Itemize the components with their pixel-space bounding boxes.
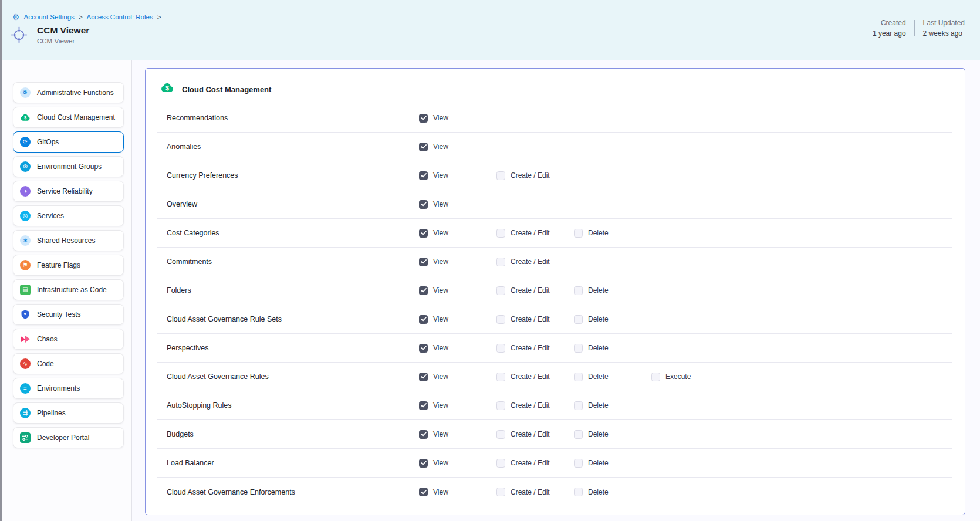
view-checkbox[interactable]	[419, 315, 428, 324]
view-checkbox[interactable]	[419, 200, 428, 209]
create-edit-checkbox[interactable]	[496, 488, 505, 496]
checkbox-label: View	[433, 459, 448, 467]
sidebar-item-label: Environments	[37, 384, 80, 393]
view-checkbox[interactable]	[419, 171, 428, 180]
create-edit-checkbox[interactable]	[496, 286, 505, 295]
sidebar-item-security-tests[interactable]: Security Tests	[13, 304, 124, 325]
delete-checkbox[interactable]	[574, 488, 583, 496]
sidebar-item-service-reliability[interactable]: ◑Service Reliability	[13, 181, 124, 202]
page-body: ⚙Administrative Functions$Cloud Cost Man…	[2, 60, 980, 521]
permission-name: Cloud Asset Governance Rule Sets	[167, 315, 419, 323]
checkbox-label: View	[433, 430, 448, 438]
create-edit-checkbox[interactable]	[496, 315, 505, 324]
developer-portal-icon	[20, 432, 31, 443]
view-checkbox[interactable]	[419, 143, 428, 151]
view-checkbox[interactable]	[419, 114, 428, 123]
sidebar-item-environments[interactable]: ≡Environments	[13, 378, 124, 399]
create-edit-permission: Create / Edit	[496, 229, 574, 238]
view-checkbox[interactable]	[419, 430, 428, 439]
permission-name: Perspectives	[167, 344, 419, 352]
delete-permission: Delete	[574, 401, 651, 410]
create-edit-checkbox[interactable]	[496, 459, 505, 468]
checkbox-label: View	[433, 171, 448, 180]
sidebar-item-infrastructure-as-code[interactable]: ▤Infrastructure as Code	[13, 279, 124, 300]
delete-permission: Delete	[574, 286, 651, 295]
sidebar-item-feature-flags[interactable]: ⚑Feature Flags	[13, 255, 124, 276]
checkbox-label: Create / Edit	[511, 315, 550, 323]
sidebar-item-label: Developer Portal	[37, 434, 89, 442]
checkbox-label: View	[433, 286, 448, 295]
create-edit-checkbox[interactable]	[496, 430, 505, 439]
delete-checkbox[interactable]	[574, 401, 583, 410]
permission-name: Load Balancer	[167, 459, 419, 467]
view-permission: View	[419, 258, 496, 266]
view-permission: View	[419, 430, 496, 439]
permission-name: Anomalies	[167, 143, 419, 151]
sidebar-item-gitops[interactable]: ⟳GitOps	[13, 131, 124, 153]
sidebar-item-code[interactable]: ∿Code	[13, 353, 124, 374]
create-edit-permission: Create / Edit	[496, 488, 574, 496]
view-checkbox[interactable]	[419, 344, 428, 353]
shared-resources-icon: ∗	[20, 235, 31, 246]
delete-checkbox[interactable]	[574, 286, 583, 295]
sidebar-item-services[interactable]: ◎Services	[13, 205, 124, 226]
administrative-functions-icon: ⚙	[20, 87, 31, 98]
view-permission: View	[419, 171, 496, 180]
delete-checkbox[interactable]	[574, 315, 583, 324]
delete-permission: Delete	[574, 430, 651, 439]
create-edit-checkbox[interactable]	[496, 401, 505, 410]
sidebar-item-chaos[interactable]: Chaos	[13, 329, 124, 350]
sidebar-item-administrative-functions[interactable]: ⚙Administrative Functions	[13, 82, 124, 103]
cloud-cost-management-icon: $	[160, 81, 174, 97]
permission-category-list: ⚙Administrative Functions$Cloud Cost Man…	[2, 60, 132, 521]
chaos-icon	[20, 334, 31, 344]
view-checkbox[interactable]	[419, 286, 428, 295]
checkbox-label: View	[433, 315, 448, 323]
create-edit-checkbox[interactable]	[496, 258, 505, 266]
delete-checkbox[interactable]	[574, 373, 583, 381]
view-checkbox[interactable]	[419, 229, 428, 238]
create-edit-checkbox[interactable]	[496, 229, 505, 238]
create-edit-checkbox[interactable]	[496, 373, 505, 381]
sidebar-item-developer-portal[interactable]: Developer Portal	[13, 427, 124, 448]
create-edit-checkbox[interactable]	[496, 171, 505, 180]
last-updated-label: Last Updated	[923, 19, 965, 26]
feature-flags-icon: ⚑	[20, 260, 31, 270]
execute-permission: Execute	[651, 373, 729, 381]
permissions-table: RecommendationsViewAnomaliesViewCurrency…	[157, 104, 952, 506]
sidebar-item-cloud-cost-management[interactable]: $Cloud Cost Management	[13, 107, 124, 128]
sidebar-item-pipelines[interactable]: ⇶Pipelines	[13, 402, 124, 424]
checkbox-label: View	[433, 401, 448, 410]
view-permission: View	[419, 344, 496, 353]
create-edit-permission: Create / Edit	[496, 373, 574, 381]
breadcrumb-account-settings[interactable]: Account Settings	[24, 13, 75, 21]
delete-checkbox[interactable]	[574, 459, 583, 468]
breadcrumb-separator: >	[79, 13, 83, 21]
delete-checkbox[interactable]	[574, 229, 583, 238]
checkbox-label: Delete	[588, 459, 609, 467]
sidebar-item-environment-groups[interactable]: ⊛Environment Groups	[13, 156, 124, 177]
view-checkbox[interactable]	[419, 488, 428, 496]
checkbox-label: View	[433, 344, 448, 352]
checkbox-label: Create / Edit	[511, 258, 550, 266]
panel-header: $ Cloud Cost Management	[146, 69, 965, 97]
view-checkbox[interactable]	[419, 459, 428, 468]
permission-name: Cloud Asset Governance Enforcements	[167, 488, 419, 496]
view-checkbox[interactable]	[419, 401, 428, 410]
execute-checkbox[interactable]	[651, 373, 660, 381]
view-checkbox[interactable]	[419, 373, 428, 381]
code-icon: ∿	[20, 358, 31, 369]
permissions-panel: $ Cloud Cost Management RecommendationsV…	[145, 68, 965, 515]
section-title: Cloud Cost Management	[182, 85, 271, 94]
sidebar-item-shared-resources[interactable]: ∗Shared Resources	[13, 230, 124, 251]
sidebar-item-label: Services	[37, 212, 64, 220]
delete-checkbox[interactable]	[574, 430, 583, 439]
delete-checkbox[interactable]	[574, 344, 583, 353]
breadcrumb-access-control-roles[interactable]: Access Control: Roles	[87, 13, 153, 21]
permission-name: Folders	[167, 286, 419, 295]
role-meta: Created 1 year ago Last Updated 2 weeks …	[873, 19, 965, 37]
create-edit-checkbox[interactable]	[496, 344, 505, 353]
checkbox-label: Delete	[588, 229, 609, 237]
view-checkbox[interactable]	[419, 258, 428, 266]
breadcrumb: ⚙ Account Settings > Access Control: Rol…	[12, 13, 161, 21]
